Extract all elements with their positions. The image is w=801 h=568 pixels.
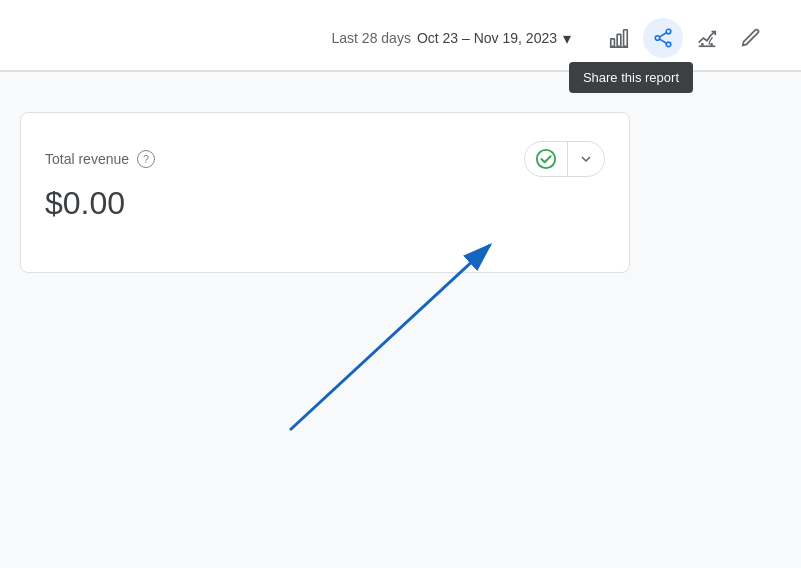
date-range[interactable]: Last 28 days Oct 23 – Nov 19, 2023 ▾ xyxy=(332,29,571,48)
date-dropdown-arrow[interactable]: ▾ xyxy=(563,29,571,48)
card-title: Total revenue ? xyxy=(45,150,155,168)
svg-rect-2 xyxy=(624,30,628,47)
revenue-value: $0.00 xyxy=(45,185,605,222)
edit-button[interactable] xyxy=(731,18,771,58)
info-icon[interactable]: ? xyxy=(137,150,155,168)
checkmark-icon xyxy=(535,148,557,170)
svg-line-7 xyxy=(660,33,667,37)
card-action xyxy=(524,141,605,177)
chart-button[interactable] xyxy=(599,18,639,58)
card-title-text: Total revenue xyxy=(45,151,129,167)
status-check[interactable] xyxy=(525,142,568,176)
svg-point-9 xyxy=(701,43,704,46)
svg-point-10 xyxy=(710,43,713,46)
insights-button[interactable] xyxy=(687,18,727,58)
status-button[interactable] xyxy=(524,141,605,177)
date-value: Oct 23 – Nov 19, 2023 xyxy=(417,30,557,46)
revenue-card: Total revenue ? xyxy=(20,112,630,273)
edit-icon xyxy=(740,27,762,49)
svg-rect-1 xyxy=(617,34,621,46)
status-dropdown[interactable] xyxy=(568,145,604,173)
insights-icon xyxy=(696,27,718,49)
chart-icon xyxy=(608,27,630,49)
svg-point-6 xyxy=(666,42,671,47)
top-bar: Last 28 days Oct 23 – Nov 19, 2023 ▾ xyxy=(0,0,801,71)
date-label: Last 28 days xyxy=(332,30,411,46)
svg-point-5 xyxy=(655,36,660,41)
svg-rect-0 xyxy=(611,39,615,46)
toolbar xyxy=(599,18,771,58)
svg-point-14 xyxy=(537,150,555,168)
chevron-down-icon xyxy=(578,151,594,167)
svg-line-8 xyxy=(660,39,667,43)
share-button[interactable] xyxy=(643,18,683,58)
main-content: Total revenue ? xyxy=(0,72,801,273)
card-header: Total revenue ? xyxy=(45,141,605,177)
svg-point-4 xyxy=(666,29,671,34)
share-icon xyxy=(652,27,674,49)
